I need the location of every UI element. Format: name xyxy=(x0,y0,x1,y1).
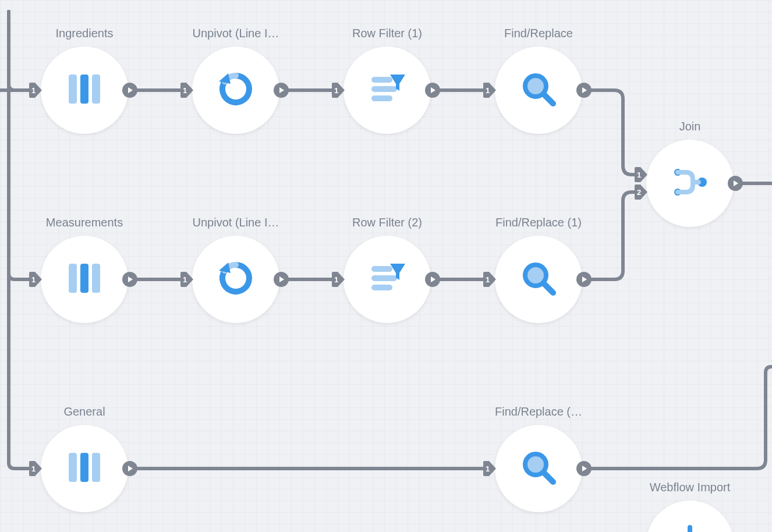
output-port[interactable] xyxy=(576,461,592,476)
input-port-1[interactable]: 1 xyxy=(29,83,42,98)
svg-rect-9 xyxy=(80,75,88,104)
node-findreplace0[interactable]: Find/Replace 1 xyxy=(495,47,582,134)
svg-rect-18 xyxy=(80,264,88,293)
output-port[interactable] xyxy=(728,176,743,191)
svg-line-25 xyxy=(544,283,553,293)
node-label: General xyxy=(63,405,105,418)
node-label: Ingredients xyxy=(56,27,114,40)
columns-icon xyxy=(64,258,105,301)
svg-rect-19 xyxy=(92,264,100,293)
import-icon xyxy=(670,523,710,532)
svg-rect-10 xyxy=(92,75,100,104)
search-icon xyxy=(518,69,559,112)
input-port-1[interactable]: 1 xyxy=(29,272,42,287)
node-findreplace1[interactable]: Find/Replace (1) 1 xyxy=(495,236,582,323)
node-rowfilter2[interactable]: Row Filter (2) 1 xyxy=(343,236,431,323)
output-port[interactable] xyxy=(425,272,440,287)
undo-icon xyxy=(215,69,256,112)
svg-rect-17 xyxy=(69,264,77,293)
input-port-1[interactable]: 1 xyxy=(483,461,496,476)
node-findreplace2[interactable]: Find/Replace (… 1 xyxy=(495,425,582,512)
node-label: Row Filter (1) xyxy=(352,27,422,40)
svg-rect-22 xyxy=(371,275,397,281)
merge-icon xyxy=(670,162,710,205)
input-port-2[interactable]: 2 xyxy=(635,185,647,200)
node-label: Find/Replace (… xyxy=(495,405,582,418)
output-port[interactable] xyxy=(122,461,137,476)
input-port-1[interactable]: 1 xyxy=(332,272,345,287)
node-label: Row Filter (2) xyxy=(352,216,422,229)
svg-rect-31 xyxy=(80,453,88,482)
node-label: Unpivot (Line I… xyxy=(193,216,279,229)
node-label: Webflow Import xyxy=(650,481,731,494)
input-port-1[interactable]: 1 xyxy=(180,272,193,287)
output-port[interactable] xyxy=(122,272,137,287)
node-general[interactable]: General 1 xyxy=(41,425,128,512)
svg-rect-21 xyxy=(371,266,392,272)
output-port[interactable] xyxy=(122,83,137,98)
filter-icon xyxy=(367,258,408,301)
node-unpivot2[interactable]: Unpivot (Line I… 1 xyxy=(192,236,279,323)
undo-icon xyxy=(215,258,256,301)
node-label: Unpivot (Line I… xyxy=(193,27,279,40)
input-port-1[interactable]: 1 xyxy=(483,83,496,98)
node-label: Find/Replace (1) xyxy=(495,216,582,229)
output-port[interactable] xyxy=(274,83,289,98)
search-icon xyxy=(518,258,559,301)
input-port-1[interactable]: 1 xyxy=(635,167,647,182)
node-label: Find/Replace xyxy=(504,27,573,40)
node-measurements[interactable]: Measurements 1 xyxy=(41,236,128,323)
columns-icon xyxy=(64,69,105,112)
filter-icon xyxy=(367,69,408,112)
search-icon xyxy=(518,447,559,490)
input-port-1[interactable]: 1 xyxy=(483,272,496,287)
output-port[interactable] xyxy=(274,272,289,287)
output-port[interactable] xyxy=(576,83,592,98)
node-unpivot1[interactable]: Unpivot (Line I… 1 xyxy=(192,47,279,134)
svg-rect-13 xyxy=(371,86,397,92)
svg-rect-14 xyxy=(371,95,392,101)
output-port[interactable] xyxy=(425,83,440,98)
input-port-1[interactable]: 1 xyxy=(180,83,193,98)
svg-rect-23 xyxy=(371,285,392,290)
node-ingredients[interactable]: Ingredients 1 xyxy=(41,47,128,134)
node-rowfilter1[interactable]: Row Filter (1) 1 xyxy=(343,47,431,134)
svg-rect-30 xyxy=(69,453,77,482)
svg-rect-12 xyxy=(371,77,392,83)
node-label: Join xyxy=(679,120,701,133)
output-port[interactable] xyxy=(576,272,592,287)
input-port-1[interactable]: 1 xyxy=(332,83,345,98)
node-label: Measurements xyxy=(46,216,123,229)
columns-icon xyxy=(64,447,105,490)
input-port-1[interactable]: 1 xyxy=(29,461,42,476)
svg-rect-32 xyxy=(92,453,100,482)
svg-line-16 xyxy=(544,94,553,104)
svg-line-34 xyxy=(544,473,553,482)
node-join[interactable]: Join 1 2 xyxy=(646,140,734,227)
node-webflow[interactable]: Webflow Import 1 xyxy=(646,501,734,532)
svg-rect-8 xyxy=(69,75,77,104)
